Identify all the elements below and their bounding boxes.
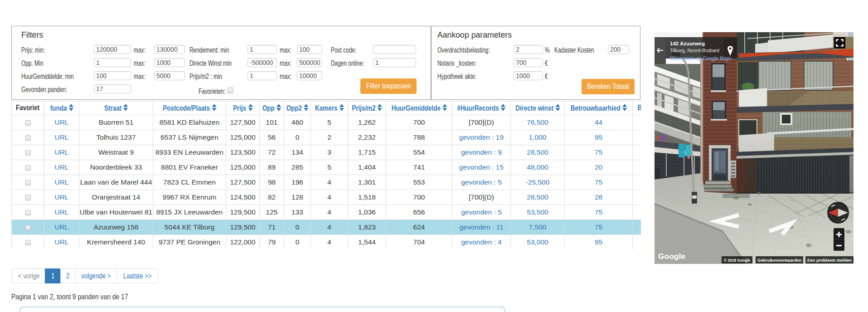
svg-text:Een probleem melden: Een probleem melden <box>807 258 852 263</box>
svg-text:Gebruiksvoorwaarden: Gebruiksvoorwaarden <box>757 258 801 263</box>
svg-text:142 Azuurweg: 142 Azuurweg <box>670 41 705 46</box>
svg-text:Tilburg, Noord-Brabant: Tilburg, Noord-Brabant <box>670 48 720 53</box>
svg-text:Google: Google <box>658 252 685 261</box>
svg-text:© 2018 Google: © 2018 Google <box>724 258 750 263</box>
svg-text:Weergeven op Google Maps: Weergeven op Google Maps <box>670 55 732 62</box>
